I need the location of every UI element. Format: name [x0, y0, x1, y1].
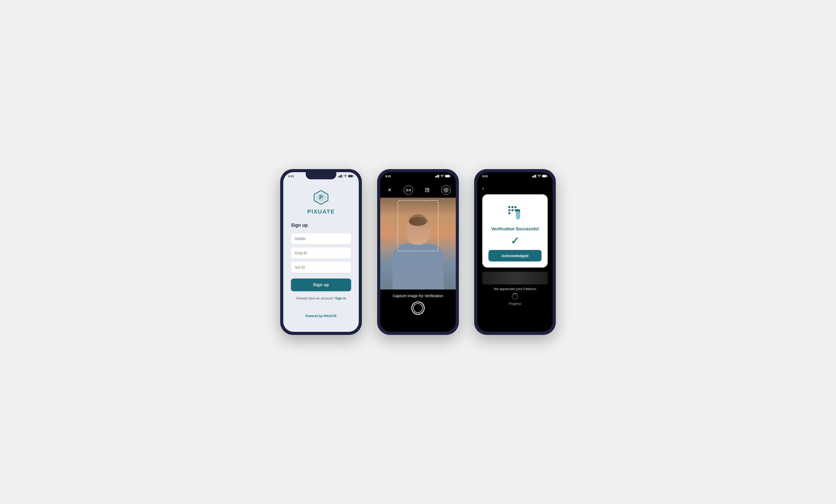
- status-icons-2: [435, 175, 451, 177]
- svg-rect-18: [450, 176, 451, 177]
- share-button[interactable]: [423, 186, 431, 194]
- svg-rect-29: [542, 175, 546, 177]
- svg-rect-14: [438, 175, 439, 177]
- notch-3: [500, 172, 530, 179]
- svg-rect-3: [341, 175, 342, 177]
- svg-rect-24: [533, 175, 534, 177]
- svg-rect-38: [517, 213, 519, 217]
- svg-rect-23: [532, 176, 533, 177]
- svg-point-37: [508, 212, 510, 214]
- svg-rect-11: [435, 176, 436, 177]
- wifi-icon: [343, 175, 347, 177]
- svg-rect-13: [437, 175, 438, 177]
- verification-icon-container: [505, 202, 525, 222]
- sol-id-input[interactable]: [291, 262, 351, 273]
- svg-rect-17: [445, 175, 450, 177]
- capture-button[interactable]: [411, 302, 425, 315]
- phone-camera: 9:41 ✕ 3:4: [377, 169, 459, 335]
- battery-icon-3: [542, 175, 548, 177]
- mobile-input[interactable]: [291, 233, 351, 244]
- svg-rect-7: [353, 176, 354, 177]
- svg-rect-2: [340, 175, 341, 177]
- status-icons-1: [338, 175, 354, 177]
- capture-button-inner: [413, 303, 423, 313]
- face-detection-box: [398, 200, 438, 251]
- svg-rect-0: [338, 176, 339, 177]
- close-button[interactable]: ✕: [385, 186, 394, 194]
- patience-text: We appreciate your Patience: [494, 287, 536, 291]
- svg-point-15: [442, 177, 442, 177]
- phone-verification: 9:41 ‹: [474, 169, 556, 335]
- svg-rect-30: [547, 176, 548, 177]
- back-button[interactable]: ‹: [477, 183, 553, 194]
- notch: [306, 172, 336, 179]
- bottom-section: We appreciate your Patience Progress: [477, 268, 553, 310]
- signal-icon-2: [435, 175, 439, 177]
- svg-point-27: [539, 177, 539, 177]
- status-time-2: 9:41: [385, 175, 391, 178]
- progress-label: Progress: [509, 302, 521, 306]
- signup-title: Sign up: [291, 223, 308, 228]
- aspect-ratio-button[interactable]: 3:4: [404, 186, 413, 195]
- svg-point-35: [511, 209, 513, 211]
- wifi-icon-3: [537, 175, 541, 177]
- powered-by: Powered by PIXUATE: [283, 314, 359, 318]
- logo-text: PIXUATE: [307, 208, 335, 215]
- status-icons-3: [532, 175, 548, 177]
- camera-toolbar: ✕ 3:4: [380, 183, 456, 198]
- verification-title: Verification Successful: [491, 227, 539, 232]
- svg-point-33: [514, 206, 516, 208]
- emp-id-input[interactable]: [291, 247, 351, 259]
- acknowledged-button[interactable]: Acknowledged: [489, 250, 542, 261]
- wifi-icon-2: [440, 175, 444, 177]
- signal-icon-3: [532, 175, 536, 177]
- signin-link[interactable]: Sign in: [335, 296, 346, 300]
- svg-point-32: [511, 206, 513, 208]
- verification-modal: Verification Successful ✓ Acknowledged: [482, 194, 548, 268]
- camera-bottom: Capture image for Verification: [380, 290, 456, 319]
- svg-rect-25: [534, 175, 535, 177]
- flash-icon: [444, 188, 449, 192]
- svg-rect-1: [339, 175, 340, 177]
- progress-bg-image: [482, 272, 548, 285]
- svg-rect-6: [348, 175, 353, 177]
- notch-2: [403, 172, 433, 179]
- touch-icon: [506, 203, 524, 221]
- svg-point-34: [508, 209, 510, 211]
- svg-text:P: P: [319, 194, 323, 200]
- flash-button[interactable]: [441, 186, 451, 195]
- svg-rect-26: [535, 175, 536, 177]
- checkmark-icon: ✓: [511, 236, 519, 246]
- pixuate-logo-icon: P: [312, 189, 330, 206]
- phone-signup: 9:41: [280, 169, 362, 335]
- battery-icon-2: [445, 175, 451, 177]
- signup-button[interactable]: Sign up: [291, 278, 351, 291]
- already-account-text: Already have an account? Sign in: [296, 296, 346, 300]
- status-time-3: 9:41: [482, 175, 488, 178]
- progress-spinner: [512, 293, 518, 299]
- svg-point-4: [345, 177, 345, 177]
- svg-point-31: [508, 206, 510, 208]
- camera-view: [380, 198, 456, 290]
- svg-rect-12: [436, 175, 437, 177]
- logo-container: P PIXUATE: [307, 189, 335, 215]
- capture-instruction: Capture image for Verification: [393, 294, 443, 298]
- signal-icon: [338, 175, 342, 177]
- powered-by-brand: PIXUATE: [324, 314, 337, 318]
- battery-icon: [348, 175, 354, 177]
- share-icon: [425, 188, 430, 193]
- status-time-1: 9:41: [288, 175, 294, 178]
